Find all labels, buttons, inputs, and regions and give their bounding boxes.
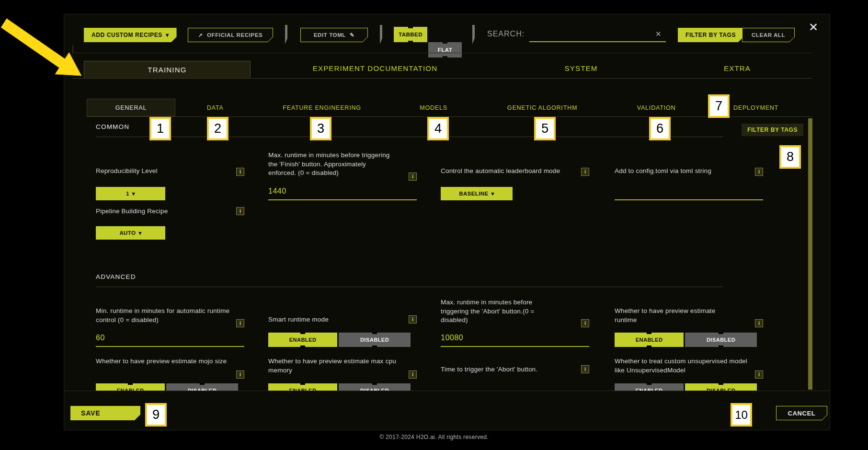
vertical-scrollbar[interactable]: [808, 118, 812, 390]
annotation-box-7: 7: [708, 94, 730, 118]
subtab-validation[interactable]: VALIDATION: [637, 104, 675, 111]
tab-system[interactable]: SYSTEM: [565, 64, 598, 72]
filter-by-tags-label: FILTER BY TAGS: [685, 32, 736, 38]
field-custom-unsupervised-model: Whether to treat custom unsupervised mod…: [615, 357, 763, 391]
content-bottom-divider: [64, 391, 830, 391]
caret-down-icon: ▾: [138, 230, 141, 236]
field-max-runtime-abort: Max. runtime in minutes before triggerin…: [441, 298, 589, 360]
info-icon[interactable]: i: [409, 370, 417, 379]
clear-all-button[interactable]: CLEAR ALL: [742, 28, 795, 42]
field-label: Max. runtime in minutes before triggerin…: [268, 151, 394, 178]
subtab-genetic-algorithm[interactable]: GENETIC ALGORITHM: [507, 104, 577, 111]
info-icon[interactable]: i: [581, 168, 589, 176]
info-icon[interactable]: i: [755, 370, 763, 379]
annotation-box-1: 1: [149, 117, 171, 140]
subtab-feature-engineering[interactable]: FEATURE ENGINEERING: [283, 104, 361, 111]
save-button[interactable]: SAVE: [70, 406, 140, 420]
field-label: Reproducibility Level: [96, 167, 211, 176]
toggle-enabled-label: ENABLED: [636, 337, 663, 343]
toggle-enabled-button[interactable]: ENABLED: [268, 333, 337, 347]
annotation-box-3: 3: [310, 117, 331, 140]
info-icon[interactable]: i: [755, 319, 763, 327]
copyright-text: © 2017-2024 H2O.ai. All rights reserved.: [0, 434, 868, 440]
info-icon[interactable]: i: [236, 168, 244, 176]
dropdown-value: BASELINE: [459, 191, 488, 196]
toggle-disabled-button[interactable]: DISABLED: [685, 333, 757, 347]
config-toml-input[interactable]: [615, 187, 763, 200]
subtab-general[interactable]: GENERAL: [87, 99, 175, 116]
edit-toml-label: EDIT TOML: [314, 32, 346, 38]
tabbed-label: TABBED: [399, 32, 423, 37]
annotation-box-6: 6: [649, 117, 671, 140]
reproducibility-level-dropdown[interactable]: 1 ▾: [96, 187, 165, 200]
caret-down-icon: ▾: [491, 190, 494, 197]
max-runtime-abort-input[interactable]: 10080: [441, 334, 589, 347]
field-leaderboard-mode: Control the automatic leaderboard mode i…: [441, 167, 589, 229]
subtab-deployment[interactable]: DEPLOYMENT: [733, 104, 778, 111]
launch-icon: ➚: [198, 32, 203, 38]
section-header-advanced: ADVANCED: [96, 273, 723, 287]
cancel-button[interactable]: CANCEL: [776, 406, 827, 420]
field-preview-estimate-mojo-size: Whether to have preview estimate mojo si…: [96, 357, 244, 391]
close-icon[interactable]: ✕: [809, 22, 818, 33]
annotation-box-8: 8: [779, 145, 801, 169]
subtab-data[interactable]: DATA: [207, 104, 224, 111]
toggle-disabled-button[interactable]: DISABLED: [339, 333, 411, 347]
field-label: Min. runtime in minutes for automatic ru…: [96, 307, 237, 324]
subtab-models[interactable]: MODELS: [420, 104, 447, 111]
tab-training[interactable]: TRAINING: [84, 61, 251, 79]
info-icon[interactable]: i: [236, 319, 244, 327]
expert-settings-dialog: ADD CUSTOM RECIPES ▾ ➚ OFFICIAL RECIPES …: [0, 0, 868, 450]
tab-experiment-documentation[interactable]: EXPERIMENT DOCUMENTATION: [313, 64, 437, 72]
search-input[interactable]: [529, 29, 666, 42]
info-icon[interactable]: i: [409, 173, 417, 181]
cancel-label: CANCEL: [788, 410, 816, 417]
field-label: Whether to have preview estimate runtime: [615, 307, 737, 324]
preview-runtime-toggle: ENABLED DISABLED: [615, 333, 757, 347]
pipeline-recipe-dropdown[interactable]: AUTO ▾: [96, 226, 165, 240]
toggle-disabled-button[interactable]: DISABLED: [339, 383, 411, 391]
min-runtime-input[interactable]: 60: [96, 334, 244, 347]
field-time-trigger-abort: Time to trigger the 'Abort' button. i: [441, 365, 589, 391]
edit-toml-button[interactable]: EDIT TOML ✎: [300, 28, 368, 42]
toggle-enabled-button[interactable]: ENABLED: [96, 383, 165, 391]
filter-by-tags-button[interactable]: FILTER BY TAGS: [678, 28, 743, 42]
info-icon[interactable]: i: [236, 370, 244, 379]
info-icon[interactable]: i: [581, 319, 589, 327]
leaderboard-mode-dropdown[interactable]: BASELINE ▾: [441, 187, 513, 200]
tab-training-label: TRAINING: [148, 66, 186, 74]
annotation-box-2: 2: [207, 117, 228, 140]
info-icon[interactable]: i: [236, 207, 244, 215]
toggle-enabled-button[interactable]: ENABLED: [268, 383, 337, 391]
toggle-disabled-label: DISABLED: [360, 337, 389, 343]
subtab-general-label: GENERAL: [115, 104, 147, 111]
field-label: Control the automatic leaderboard mode: [441, 167, 575, 176]
add-custom-recipes-button[interactable]: ADD CUSTOM RECIPES ▾: [84, 28, 177, 42]
add-custom-recipes-label: ADD CUSTOM RECIPES: [91, 32, 162, 38]
toggle-enabled-button[interactable]: ENABLED: [615, 383, 684, 391]
toolbar-divider: [72, 53, 812, 53]
pointer-arrow: [0, 9, 96, 85]
toggle-disabled-button[interactable]: DISABLED: [685, 383, 757, 391]
annotation-box-10: 10: [731, 403, 752, 427]
field-label: Add to config.toml via toml string: [615, 167, 740, 176]
annotation-box-5: 5: [534, 117, 556, 140]
field-preview-estimate-cpu-memory: Whether to have preview estimate max cpu…: [268, 357, 417, 391]
field-label: Whether to have preview estimate mojo si…: [96, 357, 240, 366]
tab-extra[interactable]: EXTRA: [724, 64, 751, 72]
info-icon[interactable]: i: [581, 365, 589, 373]
search-clear-icon[interactable]: ✕: [655, 30, 662, 38]
info-icon[interactable]: i: [409, 315, 417, 323]
content-filter-by-tags-button[interactable]: FILTER BY TAGS: [742, 124, 803, 136]
info-icon[interactable]: i: [755, 168, 763, 176]
custom-unsupervised-toggle: ENABLED DISABLED: [615, 383, 757, 391]
view-toggle-flat[interactable]: FLAT: [428, 42, 462, 58]
official-recipes-label: OFFICIAL RECIPES: [207, 32, 263, 38]
official-recipes-button[interactable]: ➚ OFFICIAL RECIPES: [188, 28, 273, 42]
view-toggle-tabbed[interactable]: TABBED: [394, 27, 427, 42]
max-runtime-finish-input[interactable]: 1440: [268, 187, 417, 200]
search-label: SEARCH:: [487, 30, 525, 38]
smart-runtime-toggle: ENABLED DISABLED: [268, 333, 411, 347]
toggle-disabled-button[interactable]: DISABLED: [166, 383, 238, 391]
toggle-enabled-button[interactable]: ENABLED: [615, 333, 684, 347]
